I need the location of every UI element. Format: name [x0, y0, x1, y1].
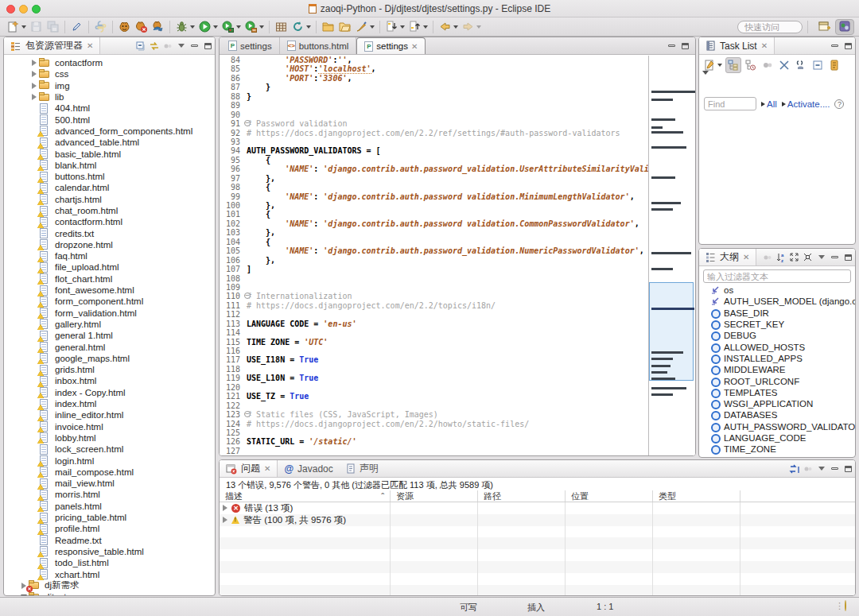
tree-item[interactable]: gallery.html	[4, 319, 215, 330]
outline-item[interactable]: TEMPLATES	[699, 387, 855, 398]
sort-alphabetically-button[interactable]: az	[774, 251, 787, 264]
outline-tab[interactable]: 大纲 ✕	[699, 249, 756, 265]
focus-icon[interactable]	[760, 251, 774, 264]
debug-button[interactable]	[173, 19, 196, 35]
tree-item[interactable]: img	[4, 80, 215, 91]
maximize-view-button[interactable]	[842, 40, 855, 52]
outline-item[interactable]: TIME_ZONE	[699, 444, 855, 455]
dropdown-caret-icon[interactable]	[236, 25, 241, 29]
forward-button[interactable]	[460, 19, 483, 35]
dropdown-caret-icon[interactable]	[476, 25, 481, 29]
tree-item[interactable]: morris.html	[4, 489, 215, 500]
tree-item[interactable]: google_maps.html	[4, 353, 215, 364]
tree-item[interactable]: invoice.html	[4, 421, 215, 432]
chevron-right-icon[interactable]	[29, 94, 39, 100]
tree-item[interactable]: mail_compose.html	[4, 467, 215, 478]
outline-item[interactable]: INSTALLED_APPS	[699, 353, 855, 364]
tree-item[interactable]: panels.html	[4, 501, 215, 512]
pydev-perspective-button[interactable]	[835, 19, 854, 35]
javadoc-tab[interactable]: @ Javadoc	[278, 460, 339, 477]
chevron-right-icon[interactable]	[29, 71, 39, 77]
maximize-view-button[interactable]	[842, 463, 855, 475]
tree-item[interactable]: basic_table.html	[4, 148, 215, 159]
restart-g-button[interactable]	[290, 19, 313, 35]
outline-item[interactable]: AUTH_USER_MODEL (django.conf.glob	[699, 296, 855, 307]
tree-item[interactable]: font_awesome.html	[4, 285, 215, 296]
close-tab-icon[interactable]: ✕	[411, 42, 418, 51]
profile-button[interactable]	[243, 19, 266, 35]
collapse-all-button[interactable]	[134, 40, 147, 52]
problems-tab[interactable]: 问题 ✕	[220, 460, 278, 477]
chevron-right-icon[interactable]	[223, 505, 227, 511]
tree-item[interactable]: index.html	[4, 398, 215, 409]
column-header-1[interactable]: 资源	[391, 490, 478, 502]
group-by-button[interactable]	[794, 58, 808, 72]
expand-all-button[interactable]	[787, 251, 801, 264]
minimize-view-button[interactable]	[188, 40, 201, 52]
column-header-3[interactable]: 位置	[566, 490, 653, 502]
tree-item[interactable]: chartjs.html	[4, 194, 215, 205]
outline-item[interactable]: LANGUAGE_CODE	[699, 432, 855, 444]
focus-icon[interactable]	[161, 40, 174, 52]
pydev-sync-button[interactable]	[150, 19, 166, 35]
column-header-2[interactable]: 路径	[478, 490, 566, 502]
next-annotation-button[interactable]	[383, 19, 406, 35]
run-button[interactable]	[196, 19, 220, 35]
prev-annotation-button[interactable]	[406, 19, 430, 35]
traffic-light-close-button[interactable]	[6, 5, 15, 14]
tree-item[interactable]: contactform	[4, 57, 215, 68]
problem-group-row[interactable]: 警告 (100 项, 共 9576 项)	[220, 514, 855, 526]
traffic-light-zoom-button[interactable]	[32, 5, 41, 14]
tree-item[interactable]: pricing_table.html	[4, 512, 215, 523]
tree-item[interactable]: todo_list.html	[4, 557, 215, 568]
coverage-button[interactable]	[273, 19, 290, 35]
tree-item[interactable]: chat_room.html	[4, 205, 215, 216]
maximize-view-button[interactable]	[842, 251, 855, 264]
quick-access-input[interactable]	[737, 21, 803, 33]
outline-item[interactable]: DEBUG	[699, 330, 855, 341]
column-header-0[interactable]: 描述ˆ	[220, 490, 391, 502]
tree-item[interactable]: grids.html	[4, 364, 215, 375]
close-view-icon[interactable]: ✕	[264, 464, 270, 473]
view-menu-button[interactable]	[814, 463, 828, 475]
outline-item[interactable]: ALLOWED_HOSTS	[699, 341, 855, 352]
minimap[interactable]	[648, 56, 695, 455]
dropdown-caret-icon[interactable]	[453, 25, 458, 29]
dropdown-caret-icon[interactable]	[213, 25, 218, 29]
outline-item[interactable]: WSGI_APPLICATION	[699, 398, 855, 409]
tree-item[interactable]: general 1.html	[4, 330, 215, 341]
back-button[interactable]	[437, 19, 460, 35]
fold-collapse-icon[interactable]: –	[244, 411, 251, 417]
collapse-all-outline-button[interactable]	[801, 251, 814, 264]
tree-item[interactable]: lock_screen.html	[4, 444, 215, 455]
tree-item[interactable]: 500.html	[4, 114, 215, 125]
outline-item[interactable]: os	[699, 285, 855, 296]
fold-collapse-icon[interactable]: –	[244, 120, 251, 126]
open-folder-button[interactable]	[320, 19, 336, 35]
editor-tab-settings[interactable]: Psettings	[221, 37, 280, 54]
tree-item[interactable]: inline_editor.html	[4, 409, 215, 420]
dropdown-caret-icon[interactable]	[306, 25, 311, 29]
outline-item[interactable]: BASE_DIR	[699, 308, 855, 319]
tree-item[interactable]: faq.html	[4, 250, 215, 262]
collapse-tasks-button[interactable]	[810, 58, 825, 72]
tree-item[interactable]: mail_view.html	[4, 478, 215, 489]
package-explorer-tab[interactable]: 包资源管理器 ✕	[4, 37, 100, 54]
view-menu-button[interactable]	[814, 251, 828, 264]
presentation-button[interactable]	[760, 58, 775, 72]
new-wizard-button[interactable]	[5, 19, 28, 35]
tree-item[interactable]: 404.html	[4, 103, 215, 114]
tree-item[interactable]: login.html	[4, 455, 215, 466]
save-button[interactable]	[28, 19, 45, 35]
help-icon[interactable]: ?	[834, 99, 844, 109]
tree-item[interactable]: Readme.txt	[4, 534, 215, 545]
editor-tab-settings[interactable]: Psettings✕	[356, 37, 426, 54]
outline-item[interactable]: AUTH_PASSWORD_VALIDATORS	[699, 421, 855, 432]
save-all-button[interactable]	[45, 19, 61, 35]
maximize-editor-button[interactable]	[678, 40, 692, 52]
chevron-right-icon[interactable]	[29, 83, 39, 89]
tree-item[interactable]: responsive_table.html	[4, 546, 215, 557]
outline-item[interactable]: DATABASES	[699, 409, 855, 420]
chevron-right-icon[interactable]	[223, 517, 227, 523]
task-find-input[interactable]	[704, 97, 756, 110]
